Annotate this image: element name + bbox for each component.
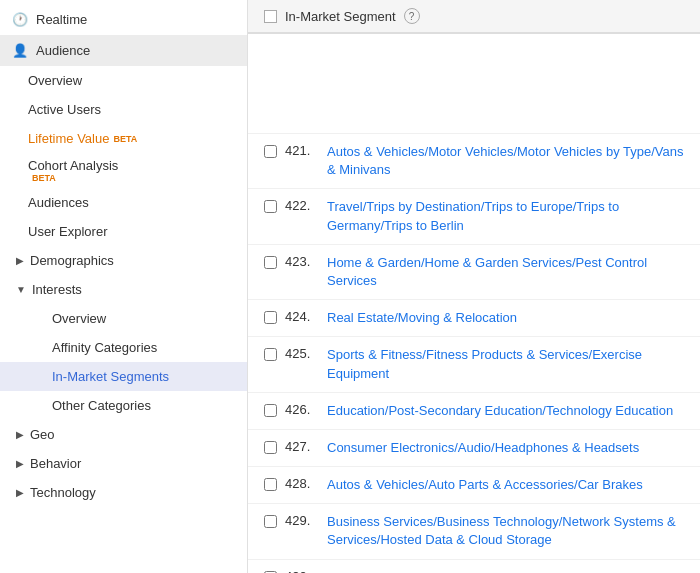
row-number: 426. — [285, 402, 319, 417]
row-checkbox[interactable] — [264, 515, 277, 528]
lifetime-value-beta-badge: BETA — [113, 134, 137, 144]
row-checkbox[interactable] — [264, 441, 277, 454]
geo-arrow-icon: ▶ — [16, 429, 24, 440]
sidebar-item-realtime[interactable]: 🕐 Realtime — [0, 4, 247, 35]
demographics-arrow-icon: ▶ — [16, 255, 24, 266]
sidebar-item-audience[interactable]: 👤 Audience — [0, 35, 247, 66]
realtime-label: Realtime — [36, 12, 87, 27]
lifetime-value-label: Lifetime Value — [28, 131, 109, 146]
row-number: 422. — [285, 198, 319, 213]
sidebar-item-geo[interactable]: ▶ Geo — [0, 420, 247, 449]
sidebar-item-other-categories[interactable]: Other Categories — [0, 391, 247, 420]
audience-icon: 👤 — [12, 43, 28, 58]
table-row: 424.Real Estate/Moving & Relocation — [248, 300, 700, 337]
sidebar-item-in-market-segments[interactable]: In-Market Segments — [0, 362, 247, 391]
cohort-beta-badge: BETA — [32, 173, 239, 183]
main-header: In-Market Segment ? — [248, 0, 700, 34]
technology-label: Technology — [30, 485, 96, 500]
sidebar-item-behavior[interactable]: ▶ Behavior — [0, 449, 247, 478]
row-checkbox[interactable] — [264, 311, 277, 324]
table-row: 423.Home & Garden/Home & Garden Services… — [248, 245, 700, 300]
audience-label: Audience — [36, 43, 90, 58]
empty-space — [248, 34, 700, 134]
segment-link[interactable]: Employment/Legal Jobs — [327, 569, 466, 573]
user-explorer-label: User Explorer — [28, 224, 107, 239]
segment-link[interactable]: Education/Post-Secondary Education/Techn… — [327, 402, 673, 420]
table-row: 422.Travel/Trips by Destination/Trips to… — [248, 189, 700, 244]
header-checkbox[interactable] — [264, 10, 277, 23]
table-row: 429.Business Services/Business Technolog… — [248, 504, 700, 559]
segment-link[interactable]: Home & Garden/Home & Garden Services/Pes… — [327, 254, 684, 290]
row-checkbox[interactable] — [264, 478, 277, 491]
table-row: 426.Education/Post-Secondary Education/T… — [248, 393, 700, 430]
main-content: In-Market Segment ? 421.Autos & Vehicles… — [248, 0, 700, 573]
in-market-segments-label: In-Market Segments — [52, 369, 169, 384]
row-number: 429. — [285, 513, 319, 528]
sidebar-item-affinity-categories[interactable]: Affinity Categories — [0, 333, 247, 362]
segment-list: 421.Autos & Vehicles/Motor Vehicles/Moto… — [248, 134, 700, 573]
sidebar-item-interests[interactable]: ▼ Interests — [0, 275, 247, 304]
table-row: 430.Employment/Legal Jobs — [248, 560, 700, 573]
sidebar-item-cohort-analysis[interactable]: Cohort Analysis BETA — [0, 153, 247, 188]
behavior-arrow-icon: ▶ — [16, 458, 24, 469]
sidebar-item-audiences[interactable]: Audiences — [0, 188, 247, 217]
row-checkbox[interactable] — [264, 200, 277, 213]
sidebar: 🕐 Realtime 👤 Audience Overview Active Us… — [0, 0, 248, 573]
affinity-categories-label: Affinity Categories — [52, 340, 157, 355]
main-header-title: In-Market Segment — [285, 9, 396, 24]
geo-label: Geo — [30, 427, 55, 442]
technology-arrow-icon: ▶ — [16, 487, 24, 498]
behavior-label: Behavior — [30, 456, 81, 471]
sidebar-item-user-explorer[interactable]: User Explorer — [0, 217, 247, 246]
interests-label: Interests — [32, 282, 82, 297]
table-row: 425.Sports & Fitness/Fitness Products & … — [248, 337, 700, 392]
row-number: 427. — [285, 439, 319, 454]
row-number: 421. — [285, 143, 319, 158]
sidebar-item-technology[interactable]: ▶ Technology — [0, 478, 247, 507]
sidebar-item-active-users[interactable]: Active Users — [0, 95, 247, 124]
segment-link[interactable]: Consumer Electronics/Audio/Headphones & … — [327, 439, 639, 457]
active-users-label: Active Users — [28, 102, 101, 117]
sidebar-item-demographics[interactable]: ▶ Demographics — [0, 246, 247, 275]
audiences-label: Audiences — [28, 195, 89, 210]
row-checkbox[interactable] — [264, 404, 277, 417]
segment-link[interactable]: Autos & Vehicles/Motor Vehicles/Motor Ve… — [327, 143, 684, 179]
overview-label: Overview — [28, 73, 82, 88]
row-checkbox[interactable] — [264, 348, 277, 361]
segment-link[interactable]: Sports & Fitness/Fitness Products & Serv… — [327, 346, 684, 382]
segment-link[interactable]: Travel/Trips by Destination/Trips to Eur… — [327, 198, 684, 234]
segment-link[interactable]: Business Services/Business Technology/Ne… — [327, 513, 684, 549]
sidebar-item-lifetime-value[interactable]: Lifetime Value BETA — [0, 124, 247, 153]
row-checkbox[interactable] — [264, 256, 277, 269]
sidebar-item-overview[interactable]: Overview — [0, 66, 247, 95]
sidebar-item-interests-overview[interactable]: Overview — [0, 304, 247, 333]
row-number: 425. — [285, 346, 319, 361]
row-number: 430. — [285, 569, 319, 573]
interests-arrow-icon: ▼ — [16, 284, 26, 295]
segment-link[interactable]: Autos & Vehicles/Auto Parts & Accessorie… — [327, 476, 643, 494]
help-icon[interactable]: ? — [404, 8, 420, 24]
demographics-label: Demographics — [30, 253, 114, 268]
row-number: 428. — [285, 476, 319, 491]
table-row: 421.Autos & Vehicles/Motor Vehicles/Moto… — [248, 134, 700, 189]
other-categories-label: Other Categories — [52, 398, 151, 413]
interests-overview-label: Overview — [52, 311, 106, 326]
row-number: 423. — [285, 254, 319, 269]
clock-icon: 🕐 — [12, 12, 28, 27]
table-row: 428.Autos & Vehicles/Auto Parts & Access… — [248, 467, 700, 504]
cohort-analysis-label: Cohort Analysis — [28, 158, 118, 173]
row-checkbox[interactable] — [264, 145, 277, 158]
table-row: 427.Consumer Electronics/Audio/Headphone… — [248, 430, 700, 467]
row-number: 424. — [285, 309, 319, 324]
segment-link[interactable]: Real Estate/Moving & Relocation — [327, 309, 517, 327]
